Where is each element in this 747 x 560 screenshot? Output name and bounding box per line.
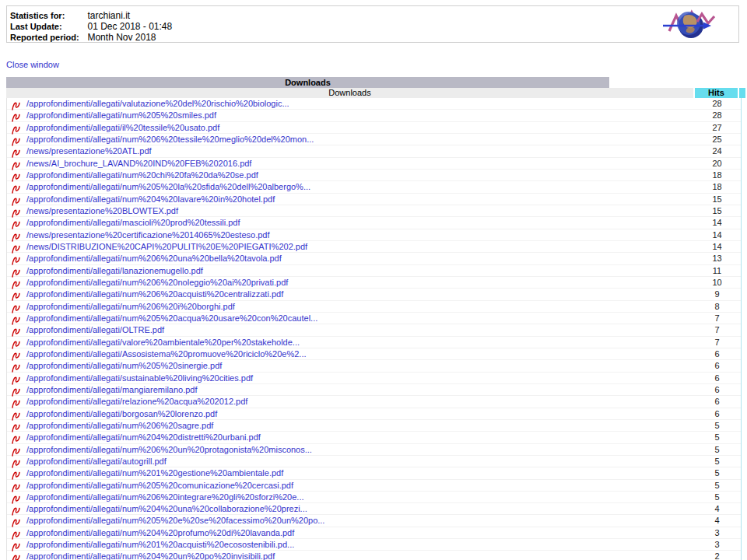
table-row: /approfondimenti/allegati/valore%20ambie… [7, 337, 741, 348]
table-row: /approfondimenti/allegati/num%204%20una%… [7, 503, 741, 515]
table-row: /approfondimenti/allegati/borgosan%20lor… [7, 408, 741, 420]
download-link[interactable]: /approfondimenti/allegati/num%204%20dist… [26, 432, 261, 442]
download-link[interactable]: /approfondimenti/allegati/Assosistema%20… [26, 349, 307, 359]
downloads-report-table: Downloads Downloads Hits /approfondiment… [6, 77, 741, 560]
download-link[interactable]: /approfondimenti/allegati/num%206%20inte… [26, 492, 304, 502]
pdf-file-icon [12, 374, 20, 383]
hits-value: 15 [696, 206, 738, 215]
download-link[interactable]: /approfondimenti/allegati/num%206%20i%20… [26, 302, 235, 311]
download-link[interactable]: /approfondimenti/allegati/autogrill.pdf [26, 457, 167, 466]
table-row: /approfondimenti/allegati/mangiaremilano… [7, 384, 741, 396]
download-link[interactable]: /approfondimenti/allegati/num%205%20comu… [26, 481, 293, 490]
pdf-file-icon [12, 147, 20, 156]
pdf-file-icon [12, 552, 20, 560]
pdf-file-icon [12, 541, 20, 550]
download-link[interactable]: /approfondimenti/allegati/mangiaremilano… [26, 385, 198, 394]
pdf-file-icon [12, 386, 20, 395]
hits-value: 27 [696, 123, 738, 132]
download-link[interactable]: /approfondimenti/allegati/num%205%20la%2… [26, 182, 310, 191]
download-link[interactable]: /approfondimenti/allegati/num%206%20una%… [26, 254, 282, 263]
hits-value: 18 [696, 170, 738, 180]
column-header-downloads: Downloads [6, 88, 693, 98]
last-update-value: 01 Dec 2018 - 01:48 [87, 21, 172, 32]
hits-value: 7 [696, 325, 738, 334]
download-link[interactable]: /approfondimenti/allegati/num%204%20un%2… [26, 551, 275, 560]
hits-value: 8 [696, 302, 738, 311]
pdf-file-icon [12, 529, 20, 538]
hits-value: 20 [696, 159, 738, 168]
table-row: /approfondimenti/allegati/num%20chi%20fa… [7, 170, 741, 181]
download-link[interactable]: /approfondimenti/allegati/sustainable%20… [26, 373, 253, 383]
hits-value: 5 [696, 492, 738, 502]
hits-value: 4 [696, 516, 738, 525]
hits-value: 25 [696, 135, 738, 144]
last-update-row: Last Update: 01 Dec 2018 - 01:48 [10, 20, 172, 30]
download-link[interactable]: /approfondimenti/allegati/relazione%20ac… [26, 397, 247, 406]
download-link[interactable]: /approfondimenti/allegati/mascioli%20pro… [26, 218, 240, 227]
download-link[interactable]: /news/presentazione%20ATL.pdf [26, 146, 152, 156]
pdf-file-icon [12, 446, 20, 455]
table-row: /approfondimenti/allegati/num%204%20dist… [7, 432, 741, 443]
download-link[interactable]: /approfondimenti/allegati/num%20chi%20fa… [26, 170, 258, 180]
download-link[interactable]: /news/DISTRIBUZIONE%20CAPI%20PULITI%20E%… [26, 242, 307, 251]
download-link[interactable]: /news/presentazione%20BLOWTEX.pdf [26, 206, 178, 215]
download-link[interactable]: /approfondimenti/allegati/num%204%20prof… [26, 528, 294, 537]
pdf-file-icon [12, 433, 20, 443]
table-row: /approfondimenti/allegati/autogrill.pdf … [7, 456, 741, 467]
reported-period-value: Month Nov 2018 [87, 32, 156, 43]
download-link[interactable]: /approfondimenti/allegati/num%205%20acqu… [26, 313, 317, 323]
download-link[interactable]: /approfondimenti/allegati/borgosan%20lor… [26, 409, 217, 418]
table-row: /approfondimenti/allegati/num%206%20inte… [7, 492, 741, 503]
download-link[interactable]: /approfondimenti/allegati/num%206%20sagr… [26, 421, 213, 430]
table-row: /approfondimenti/allegati/num%204%20lava… [7, 194, 741, 205]
table-row: /approfondimenti/allegati/num%205%20acqu… [7, 313, 741, 324]
table-row: /approfondimenti/allegati/num%204%20prof… [7, 527, 741, 539]
statistics-for-value: tarchiani.it [87, 10, 130, 21]
pdf-file-icon [12, 303, 20, 312]
table-row: /approfondimenti/allegati/num%205%20sine… [7, 360, 741, 372]
download-link[interactable]: /approfondimenti/allegati/valore%20ambie… [26, 338, 300, 347]
download-link[interactable]: /approfondimenti/allegati/num%204%20una%… [26, 504, 307, 513]
download-link[interactable]: /news/AI_brochure_LAVAND%20IND%20FEB%202… [26, 159, 251, 168]
table-row: /approfondimenti/allegati/lanazionemugel… [7, 265, 741, 277]
hits-value: 24 [696, 146, 738, 156]
download-link[interactable]: /approfondimenti/allegati/num%205%20smil… [26, 110, 216, 120]
pdf-file-icon [12, 338, 20, 348]
download-link[interactable]: /approfondimenti/allegati/num%206%20tess… [26, 135, 314, 144]
pdf-file-icon [12, 469, 20, 478]
table-row: /approfondimenti/allegati/relazione%20ac… [7, 396, 741, 408]
download-link[interactable]: /approfondimenti/allegati/num%201%20gest… [26, 468, 283, 478]
table-row: /approfondimenti/allegati/num%206%20i%20… [7, 301, 741, 313]
pdf-file-icon [12, 159, 20, 169]
table-row: /approfondimenti/allegati/num%205%20comu… [7, 480, 741, 492]
download-link[interactable]: /approfondimenti/allegati/num%201%20acqu… [26, 540, 294, 549]
pdf-file-icon [12, 111, 20, 121]
download-link[interactable]: /approfondimenti/allegati/OLTRE.pdf [26, 325, 164, 334]
hits-value: 18 [696, 182, 738, 191]
table-row: /news/AI_brochure_LAVAND%20IND%20FEB%202… [7, 158, 741, 170]
pdf-file-icon [12, 254, 20, 264]
download-link[interactable]: /approfondimenti/allegati/num%206%20un%2… [26, 445, 312, 454]
download-link[interactable]: /approfondimenti/allegati/num%204%20lava… [26, 194, 275, 204]
download-link[interactable]: /approfondimenti/allegati/num%205%20sine… [26, 361, 222, 370]
download-link[interactable]: /news/presentazione%20certificazione%201… [26, 230, 270, 240]
download-link[interactable]: /approfondimenti/allegati/num%206%20acqu… [26, 289, 283, 299]
table-row: /news/presentazione%20BLOWTEX.pdf 15 [7, 205, 741, 217]
download-link[interactable]: /approfondimenti/allegati/num%206%20nole… [26, 278, 288, 287]
hits-value: 6 [696, 349, 738, 359]
download-link[interactable]: /approfondimenti/allegati/lanazionemugel… [26, 266, 203, 275]
download-link[interactable]: /approfondimenti/allegati/num%205%20e%20… [26, 516, 324, 525]
table-row: /approfondimenti/allegati/num%206%20tess… [7, 134, 741, 145]
table-row: /approfondimenti/allegati/valutazione%20… [7, 98, 741, 110]
column-header-row: Downloads Hits [6, 88, 741, 98]
table-row: /approfondimenti/allegati/num%205%20e%20… [7, 515, 741, 527]
hits-value: 6 [696, 385, 738, 394]
pdf-file-icon [12, 314, 20, 324]
hits-value: 14 [696, 230, 738, 240]
close-window-link[interactable]: Close window [6, 60, 59, 69]
download-link[interactable]: /approfondimenti/allegati/il%20tessile%2… [26, 123, 219, 132]
table-row: /approfondimenti/allegati/il%20tessile%2… [7, 122, 741, 134]
pdf-file-icon [12, 505, 20, 514]
download-link[interactable]: /approfondimenti/allegati/valutazione%20… [26, 99, 289, 108]
pdf-file-icon [12, 290, 20, 299]
